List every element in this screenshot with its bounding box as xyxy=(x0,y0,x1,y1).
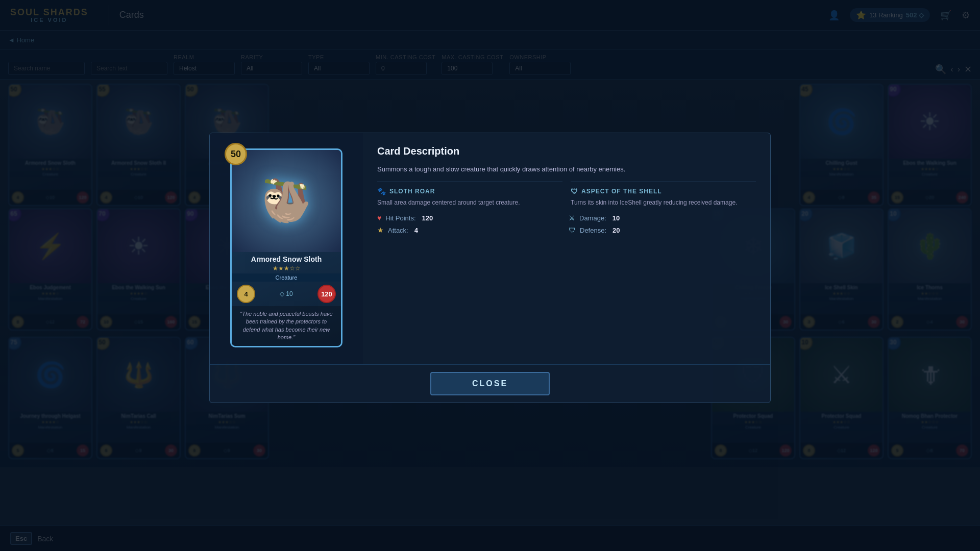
preview-card-name: Armored Snow Sloth xyxy=(232,252,341,265)
stat-def-value: 20 xyxy=(612,227,620,234)
description-title: Card Description xyxy=(377,145,756,157)
description-text: Summons a tough and slow creature that q… xyxy=(377,164,756,174)
ability-2-label: ASPECT OF THE SHELL xyxy=(581,188,662,195)
ability-1-name: 🐾 SLOTH ROAR xyxy=(377,187,562,195)
preview-card-stars: ★★★☆☆ xyxy=(232,265,341,273)
ability-1-label: SLOTH ROAR xyxy=(389,188,435,195)
ability-2-desc: Turns its skin into IceShell greatly red… xyxy=(571,198,756,207)
ability-2-icon: 🛡 xyxy=(571,187,578,195)
ability-1-desc: Small area damage centered around target… xyxy=(377,198,562,207)
stats-grid: ♥ Hit Points: 120 ⚔ Damage: 10 ★ Attack: xyxy=(377,214,756,234)
dmg-icon: ⚔ xyxy=(569,214,575,222)
ability-2-block: 🛡 ASPECT OF THE SHELL Turns its skin int… xyxy=(571,182,756,207)
def-icon: 🛡 xyxy=(569,226,576,234)
stat-hp-value: 120 xyxy=(422,214,433,222)
atk-icon: ★ xyxy=(377,226,384,234)
card-description-panel: Card Description Summons a tough and slo… xyxy=(363,133,770,364)
preview-card-quote: "The noble and peaceful beasts have been… xyxy=(232,306,341,346)
stat-atk-label: Attack: xyxy=(388,227,408,234)
card-preview-panel: 50 🦥 Armored Snow Sloth ★★★☆☆ Creature 4… xyxy=(210,133,363,364)
modal-body: 50 🦥 Armored Snow Sloth ★★★☆☆ Creature 4… xyxy=(210,133,770,364)
card-detail-modal: 50 🦥 Armored Snow Sloth ★★★☆☆ Creature 4… xyxy=(209,133,771,403)
preview-stats-row: 4 ◇ 10 120 xyxy=(232,282,341,306)
close-button[interactable]: CLOSE xyxy=(430,372,550,395)
stat-dmg-label: Damage: xyxy=(579,214,606,222)
stat-dmg-value: 10 xyxy=(612,214,620,222)
preview-card-cost: 50 xyxy=(225,143,247,165)
modal-footer: CLOSE xyxy=(210,364,770,403)
stat-dmg-row: ⚔ Damage: 10 xyxy=(569,214,756,222)
preview-hp-badge: 120 xyxy=(317,285,336,303)
stat-atk-value: 4 xyxy=(414,227,418,234)
ability-2-name: 🛡 ASPECT OF THE SHELL xyxy=(571,187,756,195)
preview-atk-badge: 4 xyxy=(237,285,255,303)
stat-hp-row: ♥ Hit Points: 120 xyxy=(377,214,565,222)
preview-mana-badge: ◇ 10 xyxy=(280,290,292,297)
hp-icon: ♥ xyxy=(377,214,381,222)
stat-hp-label: Hit Points: xyxy=(385,214,415,222)
abilities-row: 🐾 SLOTH ROAR Small area damage centered … xyxy=(377,182,756,207)
preview-card: 50 🦥 Armored Snow Sloth ★★★☆☆ Creature 4… xyxy=(230,148,342,347)
stat-atk-row: ★ Attack: 4 xyxy=(377,226,565,234)
card-figure-icon: 🦥 xyxy=(261,177,312,225)
preview-card-type: Creature xyxy=(232,273,341,282)
stat-def-row: 🛡 Defense: 20 xyxy=(569,226,756,234)
mana-icon: ◇ xyxy=(280,290,284,297)
stat-def-label: Defense: xyxy=(580,227,606,234)
modal-overlay: 50 🦥 Armored Snow Sloth ★★★☆☆ Creature 4… xyxy=(0,80,980,467)
mana-value: 10 xyxy=(286,290,292,297)
ability-1-icon: 🐾 xyxy=(377,187,386,195)
preview-card-image: 🦥 xyxy=(232,150,341,252)
ability-1-block: 🐾 SLOTH ROAR Small area damage centered … xyxy=(377,182,562,207)
